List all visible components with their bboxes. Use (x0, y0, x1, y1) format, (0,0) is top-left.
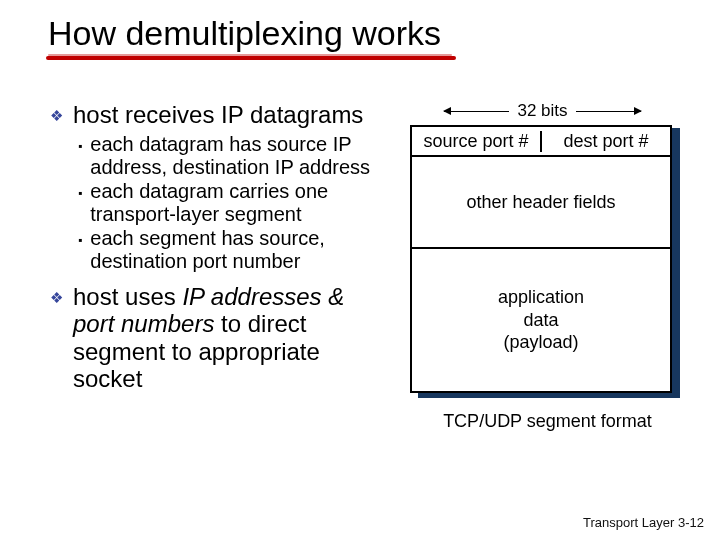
sub-bullet-text: each segment has source, destination por… (90, 227, 385, 273)
arrow-left-icon (444, 111, 509, 112)
payload-row: application data (payload) (412, 249, 670, 391)
sub-bullet: ▪ each segment has source, destination p… (78, 227, 385, 273)
bullet-1: ❖ host receives IP datagrams (50, 101, 385, 129)
diagram-caption: TCP/UDP segment format (410, 411, 685, 432)
bullet-2-text: host uses IP addresses & port numbers to… (73, 283, 385, 393)
slide: How demultiplexing works ❖ host receives… (0, 0, 720, 540)
bullet-2-pre: host uses (73, 283, 182, 310)
sub-bullet-text: each datagram has source IP address, des… (90, 133, 385, 179)
right-column: 32 bits source port # dest port # other … (395, 101, 690, 432)
segment-diagram: 32 bits source port # dest port # other … (400, 101, 685, 432)
square-bullet-icon: ▪ (78, 233, 82, 247)
bullet-1-text: host receives IP datagrams (73, 101, 363, 129)
content-area: ❖ host receives IP datagrams ▪ each data… (50, 101, 702, 432)
source-port-cell: source port # (412, 131, 542, 152)
bits-label: 32 bits (517, 101, 567, 121)
diamond-bullet-icon: ❖ (50, 289, 63, 307)
bullet-2: ❖ host uses IP addresses & port numbers … (50, 283, 385, 393)
square-bullet-icon: ▪ (78, 139, 82, 153)
payload-line: (payload) (503, 331, 578, 354)
diamond-bullet-icon: ❖ (50, 107, 63, 125)
segment-table: source port # dest port # other header f… (410, 125, 672, 393)
title-underline (46, 56, 456, 60)
footer: Transport Layer 3-12 (583, 515, 704, 530)
bits-row: 32 bits (400, 101, 685, 121)
sub-bullet-text: each datagram carries one transport-laye… (90, 180, 385, 226)
slide-title: How demultiplexing works (48, 14, 702, 53)
ports-row: source port # dest port # (412, 127, 670, 157)
other-header-row: other header fields (412, 157, 670, 249)
sub-bullet: ▪ each datagram carries one transport-la… (78, 180, 385, 226)
payload-line: application (498, 286, 584, 309)
left-column: ❖ host receives IP datagrams ▪ each data… (50, 101, 385, 432)
footer-page: 3-12 (678, 515, 704, 530)
sub-bullet: ▪ each datagram has source IP address, d… (78, 133, 385, 179)
payload-line: data (523, 309, 558, 332)
arrow-right-icon (576, 111, 641, 112)
dest-port-cell: dest port # (542, 131, 670, 152)
footer-label: Transport Layer (583, 515, 674, 530)
bullet-1-sublist: ▪ each datagram has source IP address, d… (78, 133, 385, 273)
square-bullet-icon: ▪ (78, 186, 82, 200)
